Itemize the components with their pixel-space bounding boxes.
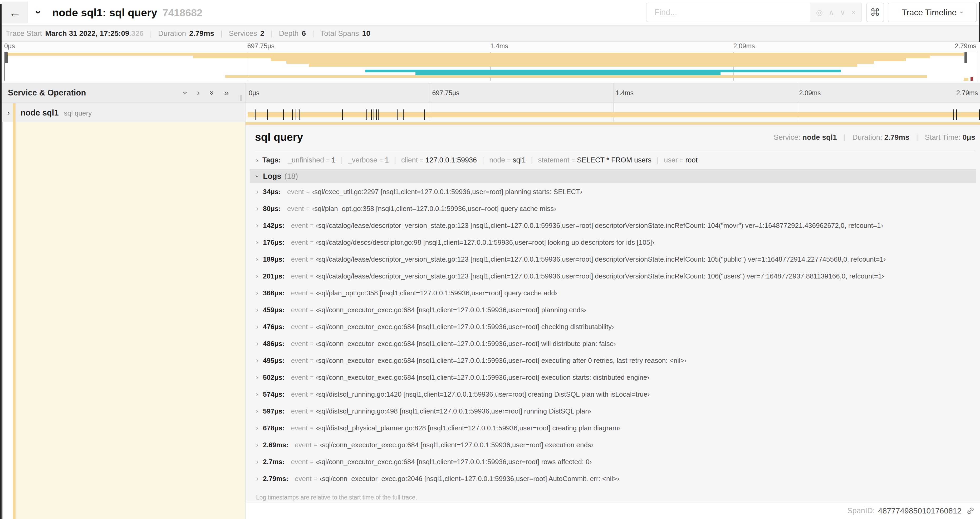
log-field-key: event	[291, 323, 308, 331]
scrollbar-track[interactable]	[2, 122, 3, 519]
span-detail-footer: SpanID: 4877749850101760812	[245, 502, 980, 519]
chevron-right-icon[interactable]: ›	[256, 374, 258, 381]
log-entry-row[interactable]: ›486μs:event=‹sql/conn_executor_exec.go:…	[250, 335, 976, 352]
chevron-right-icon[interactable]: ›	[256, 289, 258, 297]
span-row[interactable]: › node sql1sql query	[2, 103, 980, 122]
log-entry-row[interactable]: ›459μs:event=‹sql/conn_executor_exec.go:…	[250, 302, 976, 318]
log-entry-row[interactable]: ›80μs:event=‹sql/plan_opt.go:358 [nsql1,…	[250, 200, 976, 217]
span-log-marker[interactable]	[424, 109, 425, 120]
span-log-marker[interactable]	[299, 109, 299, 120]
chevron-right-icon[interactable]: ›	[256, 458, 258, 465]
separator: |	[843, 133, 845, 141]
span-log-marker[interactable]	[376, 109, 377, 120]
span-log-marker[interactable]	[378, 109, 379, 120]
find-prev-icon[interactable]: ∧	[829, 8, 834, 17]
span-log-marker[interactable]	[283, 109, 284, 120]
log-equals: =	[310, 273, 313, 279]
find-next-icon[interactable]: ∨	[840, 8, 845, 17]
span-log-marker[interactable]	[956, 109, 957, 120]
chevron-right-icon[interactable]: ›	[256, 306, 258, 313]
start-time-value: 0μs	[963, 133, 975, 141]
log-timestamp: 80μs:	[263, 204, 281, 213]
log-entry-row[interactable]: ›2.79ms:event=‹sql/conn_executor_exec.go…	[250, 470, 976, 487]
log-entry-row[interactable]: ›678μs:event=‹sql/distsql_physical_plann…	[250, 420, 976, 436]
collapse-one-icon[interactable]: ›	[181, 91, 190, 94]
log-equals: =	[306, 205, 310, 212]
divider	[255, 150, 975, 150]
log-timestamp: 476μs:	[263, 323, 285, 331]
minimap-right-scrubber-handle[interactable]	[964, 52, 967, 63]
collapse-all-icon[interactable]: »	[207, 91, 216, 95]
span-bar-track[interactable]	[245, 103, 980, 122]
span-duration-bar[interactable]	[248, 112, 979, 117]
span-log-marker[interactable]	[374, 109, 374, 120]
span-log-marker[interactable]	[979, 109, 980, 120]
expand-all-icon[interactable]: »	[224, 88, 229, 97]
chevron-right-icon[interactable]: ›	[256, 391, 258, 398]
log-entry-row[interactable]: ›189μs:event=‹sql/catalog/lease/descript…	[250, 251, 976, 268]
log-entry-row[interactable]: ›495μs:event=‹sql/conn_executor_exec.go:…	[250, 352, 976, 369]
chevron-right-icon[interactable]: ›	[256, 188, 258, 195]
span-log-marker[interactable]	[255, 109, 256, 120]
expand-one-icon[interactable]: ›	[197, 88, 199, 97]
chevron-right-icon[interactable]: ›	[256, 323, 258, 331]
tag-equals: =	[326, 157, 329, 164]
span-detail-accent-bar	[245, 122, 980, 125]
log-entry-row[interactable]: ›2.7ms:event=‹sql/conn_executor_exec.go:…	[250, 454, 976, 470]
span-log-marker[interactable]	[371, 109, 372, 120]
chevron-right-icon[interactable]: ›	[256, 340, 258, 347]
span-detail-panel: sql query Service: node sql1 | Duration:…	[245, 122, 980, 502]
log-field-value: ‹sql/conn_executor_exec.go:2046 [nsql1,c…	[320, 475, 619, 483]
span-log-marker[interactable]	[953, 109, 954, 120]
log-entry-row[interactable]: ›574μs:event=‹sql/distsql_running.go:142…	[250, 386, 976, 403]
trace-title-text: node sql1: sql query	[52, 6, 157, 18]
find-clear-icon[interactable]: ×	[851, 8, 856, 17]
tag-item: user=root	[664, 156, 698, 164]
deep-link-icon[interactable]	[966, 506, 975, 515]
focus-target-icon[interactable]: ◎	[816, 8, 823, 17]
tag-key: _verbose	[348, 156, 377, 164]
chevron-right-icon[interactable]: ›	[256, 272, 258, 280]
chevron-right-icon[interactable]: ›	[256, 407, 258, 415]
span-row-name-column[interactable]: › node sql1sql query	[2, 103, 245, 122]
log-entry-row[interactable]: ›597μs:event=‹sql/distsql_running.go:498…	[250, 403, 976, 420]
log-entry-row[interactable]: ›366μs:event=‹sql/plan_opt.go:358 [nsql1…	[250, 284, 976, 302]
summary-value: 10	[362, 29, 371, 38]
span-log-marker[interactable]	[403, 109, 404, 120]
span-log-marker[interactable]	[296, 109, 296, 120]
minimap-canvas[interactable]	[4, 52, 976, 81]
log-field-value: ‹sql/plan_opt.go:358 [nsql1,client=127.0…	[316, 289, 557, 297]
logs-header[interactable]: › Logs (18)	[250, 169, 976, 183]
summary-value: March 31 2022, 17:25:09	[45, 29, 129, 38]
chevron-right-icon[interactable]: ›	[256, 357, 258, 364]
log-entry-row[interactable]: ›2.69ms:event=‹sql/conn_executor_exec.go…	[250, 436, 976, 454]
log-entry-row[interactable]: ›176μs:event=‹sql/catalog/descs/descript…	[250, 234, 976, 251]
log-timestamp: 366μs:	[263, 289, 285, 297]
keyboard-shortcuts-button[interactable]: ⌘	[866, 3, 884, 22]
chevron-right-icon[interactable]: ›	[256, 205, 258, 212]
log-entry-row[interactable]: ›201μs:event=‹sql/catalog/lease/descript…	[250, 268, 976, 284]
span-log-marker[interactable]	[366, 109, 367, 120]
log-entry-row[interactable]: ›34μs:event=‹sql/exec_util.go:2297 [nsql…	[250, 183, 976, 200]
chevron-right-icon[interactable]: ›	[256, 239, 258, 246]
minimap-left-scrubber-handle[interactable]	[5, 52, 8, 63]
chevron-right-icon[interactable]: ›	[256, 441, 258, 449]
column-resizer-handle[interactable]: ∥	[239, 94, 242, 102]
log-entry-row[interactable]: ›142μs:event=‹sql/catalog/lease/descript…	[250, 217, 976, 234]
trace-collapse-toggle[interactable]: ›	[37, 6, 40, 18]
back-button[interactable]: ←	[2, 2, 28, 24]
find-input[interactable]	[646, 3, 810, 22]
log-entry-row[interactable]: ›502μs:event=‹sql/conn_executor_exec.go:…	[250, 369, 976, 386]
span-log-marker[interactable]	[292, 109, 293, 120]
chevron-right-icon[interactable]: ›	[256, 475, 258, 482]
chevron-down-icon[interactable]: ›	[7, 109, 10, 117]
tags-row[interactable]: › Tags: _unfinished=1|_verbose=1|client=…	[256, 156, 975, 164]
log-entry-row[interactable]: ›476μs:event=‹sql/conn_executor_exec.go:…	[250, 318, 976, 335]
span-log-marker[interactable]	[267, 109, 268, 120]
chevron-right-icon[interactable]: ›	[256, 424, 258, 432]
chevron-right-icon[interactable]: ›	[256, 256, 258, 263]
span-log-marker[interactable]	[342, 109, 343, 120]
chevron-right-icon[interactable]: ›	[256, 222, 258, 229]
view-selector-button[interactable]: Trace Timeline ›	[888, 3, 977, 22]
span-log-marker[interactable]	[397, 109, 398, 120]
